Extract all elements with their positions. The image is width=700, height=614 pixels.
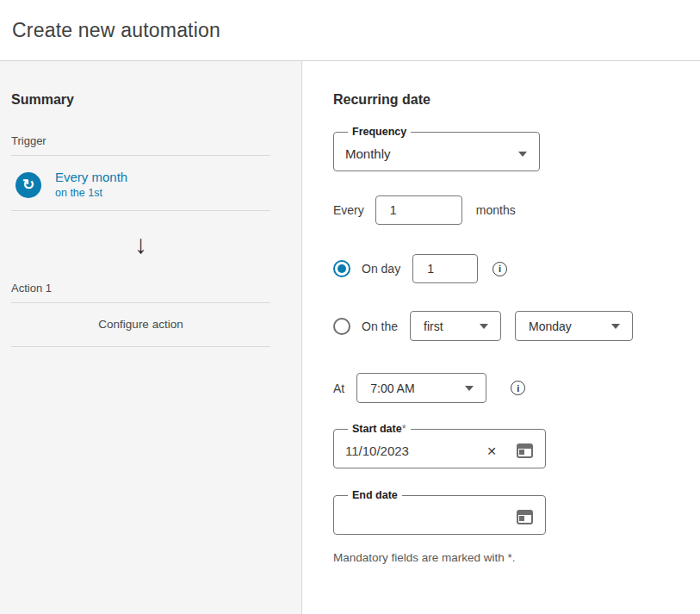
form-heading: Recurring date: [333, 92, 700, 108]
end-date-label: End date: [352, 489, 398, 501]
on-the-label: On the: [362, 319, 398, 333]
interval-suffix-label: months: [476, 203, 516, 217]
interval-prefix-label: Every: [333, 203, 364, 217]
start-date-label: Start date: [352, 423, 402, 435]
trigger-summary-text: Every month on the 1st: [55, 170, 127, 200]
chevron-down-icon: [518, 152, 527, 157]
interval-input[interactable]: [375, 195, 462, 225]
frequency-value: Monthly: [345, 146, 391, 161]
recurring-date-panel: Recurring date Frequency Monthly Every m…: [302, 61, 700, 614]
weekday-value: Monday: [529, 319, 572, 333]
required-asterisk: *: [402, 423, 406, 435]
configure-action-button[interactable]: Configure action: [11, 303, 270, 347]
page-title: Create new automation: [12, 19, 220, 42]
calendar-icon[interactable]: [517, 443, 533, 458]
info-icon[interactable]: i: [492, 262, 507, 276]
recurrence-icon: ↻: [15, 172, 41, 198]
ordinal-value: first: [424, 319, 443, 333]
time-select[interactable]: 7:00 AM: [356, 373, 486, 403]
on-the-radio[interactable]: [333, 318, 350, 335]
on-the-row: On the first Monday: [333, 311, 700, 341]
dialog-header: Create new automation: [0, 0, 700, 61]
chevron-down-icon: [611, 324, 620, 329]
frequency-select[interactable]: Frequency Monthly: [333, 127, 540, 171]
on-day-row: On day i: [333, 254, 700, 283]
ordinal-select[interactable]: first: [410, 311, 501, 341]
info-icon[interactable]: i: [511, 381, 525, 395]
frequency-label: Frequency: [348, 127, 411, 138]
trigger-section-label: Trigger: [11, 134, 270, 156]
end-date-field[interactable]: End date: [333, 490, 546, 535]
mandatory-fields-note: Mandatory fields are marked with *.: [333, 551, 700, 564]
arrow-down-icon: ↓: [134, 230, 147, 258]
trigger-title: Every month: [55, 170, 127, 186]
time-row: At 7:00 AM i: [333, 373, 700, 403]
trigger-subtitle: on the 1st: [55, 187, 127, 201]
time-value: 7:00 AM: [370, 381, 414, 395]
on-day-label: On day: [362, 262, 400, 276]
weekday-select[interactable]: Monday: [515, 311, 633, 341]
on-day-radio[interactable]: [333, 260, 350, 277]
trigger-summary-item[interactable]: ↻ Every month on the 1st: [11, 156, 270, 211]
start-date-value: 11/10/2023: [345, 443, 409, 458]
calendar-icon[interactable]: [517, 510, 533, 524]
chevron-down-icon: [480, 324, 488, 329]
summary-panel: Summary Trigger ↻ Every month on the 1st…: [0, 61, 302, 614]
summary-heading: Summary: [11, 92, 270, 108]
action-section-label: Action 1: [11, 282, 270, 303]
time-label: At: [333, 381, 344, 395]
dialog-body: Summary Trigger ↻ Every month on the 1st…: [0, 61, 700, 614]
on-day-input[interactable]: [412, 254, 478, 283]
clear-date-icon[interactable]: ✕: [486, 445, 497, 457]
chevron-down-icon: [465, 386, 474, 391]
flow-arrow: ↓: [11, 211, 270, 264]
interval-row: Every months: [333, 195, 700, 225]
start-date-field[interactable]: Start date* 11/10/2023 ✕: [333, 424, 546, 468]
